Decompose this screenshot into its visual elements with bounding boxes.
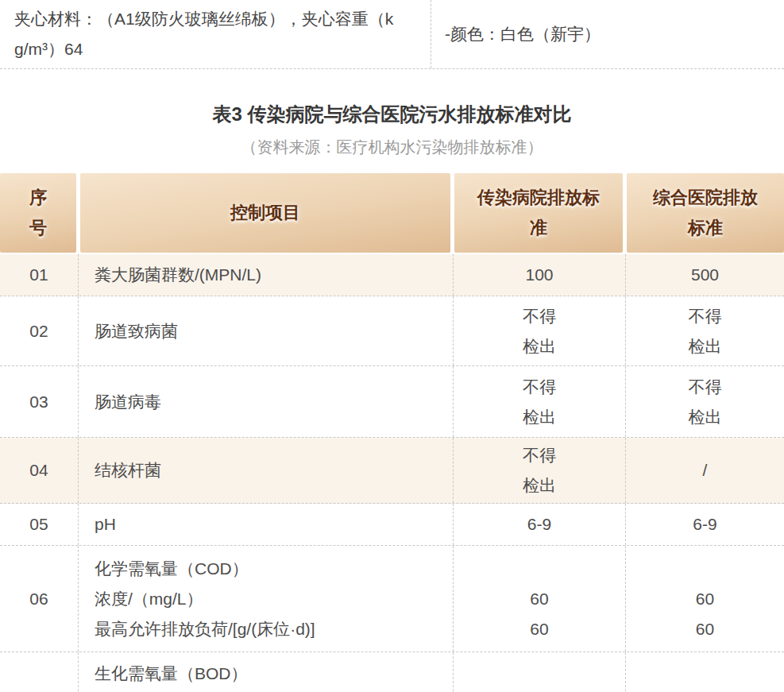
spec-cell-color: -颜色：白色（新宇） (431, 0, 784, 68)
cell-infectious: 不得检出 (453, 438, 625, 503)
table-row: 02肠道致病菌不得检出不得检出 (0, 296, 784, 366)
cell-item: 肠道病毒 (78, 366, 453, 437)
cell-general: 6-9 (625, 504, 784, 545)
cell-infectious: 100 (453, 254, 625, 296)
cell-line: 粪大肠菌群数/(MPN/L) (95, 260, 261, 290)
cell-no (0, 652, 78, 692)
cell-general: 不得检出 (625, 296, 784, 365)
cell-item: 结核杆菌 (78, 438, 453, 503)
cell-line: pH (95, 509, 116, 539)
cell-line: 04 (29, 455, 48, 485)
cell-line: 最高允许排放负荷/[g/(床位·d)] (95, 614, 315, 644)
title-block: 表3 传染病院与综合医院污水排放标准对比 （资料来源：医疗机构水污染物排放标准） (0, 101, 784, 158)
cell-line: 序 (29, 183, 47, 213)
cell-line: 检出 (689, 331, 722, 361)
cell-general (625, 652, 784, 692)
cell-line: 06 (29, 584, 48, 614)
spec-strip: 夹心材料：（A1级防火玻璃丝绵板），夹心容重（k g/m³）64 -颜色：白色（… (0, 0, 784, 69)
cell-line: 03 (29, 387, 48, 417)
cell-line: 控制项目 (230, 198, 300, 228)
spec-material-line: 夹心材料：（A1级防火玻璃丝绵板），夹心容重（k (14, 4, 419, 34)
cell-item: pH (78, 504, 453, 545)
cell-no: 06 (0, 546, 78, 651)
cell-infectious: 6060 (453, 546, 625, 651)
cell-general: / (625, 438, 784, 503)
cell-line: 02 (29, 316, 48, 346)
cell-no: 01 (0, 254, 78, 296)
cell-line: 不得 (523, 372, 556, 402)
cell-infectious: 不得检出 (453, 366, 625, 437)
cell-no: 03 (0, 366, 78, 437)
cell-line: / (703, 455, 708, 485)
cell-line: 结核杆菌 (95, 455, 161, 485)
cell-line: 不得 (523, 440, 556, 470)
cell-line: 生化需氧量（BOD） (95, 659, 248, 689)
table-title: 表3 传染病院与综合医院污水排放标准对比 (0, 101, 784, 128)
cell-item: 粪大肠菌群数/(MPN/L) (78, 254, 453, 296)
cell-line: 标准 (688, 213, 723, 243)
table-source-note: （资料来源：医疗机构水污染物排放标准） (0, 136, 784, 158)
cell-item: 肠道致病菌 (78, 296, 453, 365)
table-row: 生化需氧量（BOD） (0, 652, 784, 692)
cell-line: 检出 (523, 402, 556, 432)
cell-infectious (453, 652, 625, 692)
cell-line: 6-9 (693, 509, 716, 539)
cell-line: 不得 (523, 301, 556, 331)
table-row: 06化学需氧量（COD）浓度/（mg/L）最高允许排放负荷/[g/(床位·d)]… (0, 546, 784, 652)
cell-line: 准 (530, 213, 547, 243)
column-header-general: 综合医院排放标准 (627, 173, 784, 253)
standards-comparison-table: 序号控制项目传染病院排放标准综合医院排放标准 01粪大肠菌群数/(MPN/L)1… (0, 173, 784, 692)
cell-line: 肠道病毒 (95, 387, 161, 417)
table-row: 01粪大肠菌群数/(MPN/L)100500 (0, 254, 784, 296)
cell-no: 04 (0, 438, 78, 503)
column-header-no: 序号 (0, 173, 76, 253)
cell-line: 化学需氧量（COD） (95, 554, 249, 584)
cell-line: 浓度/（mg/L） (95, 584, 203, 614)
cell-infectious: 6-9 (453, 504, 625, 545)
cell-infectious: 不得检出 (453, 296, 625, 365)
spec-cell-material: 夹心材料：（A1级防火玻璃丝绵板），夹心容重（k g/m³）64 (0, 0, 431, 68)
table-row: 03肠道病毒不得检出不得检出 (0, 366, 784, 438)
table-header-row: 序号控制项目传染病院排放标准综合医院排放标准 (0, 173, 784, 253)
table-row: 04结核杆菌不得检出/ (0, 438, 784, 504)
cell-line: 60 (530, 584, 548, 614)
cell-line: 检出 (689, 402, 722, 432)
cell-general: 不得检出 (625, 366, 784, 437)
cell-no: 05 (0, 504, 78, 545)
cell-line: 100 (525, 260, 553, 290)
cell-line: 不得 (689, 372, 722, 402)
cell-line: 60 (696, 584, 714, 614)
cell-general: 6060 (625, 546, 784, 651)
cell-item: 生化需氧量（BOD） (78, 652, 453, 692)
cell-line: 肠道致病菌 (95, 316, 178, 346)
cell-line: 01 (29, 260, 48, 290)
cell-line: 综合医院排放 (653, 183, 758, 213)
cell-line: 05 (29, 509, 48, 539)
cell-line: 6-9 (527, 509, 551, 539)
cell-line: 500 (691, 260, 719, 290)
cell-no: 02 (0, 296, 78, 365)
cell-line: 60 (696, 614, 714, 644)
cell-item: 化学需氧量（COD）浓度/（mg/L）最高允许排放负荷/[g/(床位·d)] (78, 546, 453, 651)
column-header-infectious: 传染病院排放标准 (454, 173, 623, 253)
cell-line: 检出 (523, 470, 556, 501)
cell-line: 号 (29, 213, 47, 243)
table-body: 01粪大肠菌群数/(MPN/L)10050002肠道致病菌不得检出不得检出03肠… (0, 254, 784, 692)
spec-color-text: -颜色：白色（新宇） (445, 23, 601, 45)
table-row: 05pH6-96-9 (0, 504, 784, 546)
cell-general: 500 (625, 254, 784, 296)
cell-line: 不得 (689, 301, 722, 331)
cell-line: 传染病院排放标 (477, 183, 600, 213)
cell-line: 60 (530, 614, 548, 644)
spec-material-line: g/m³）64 (14, 34, 419, 64)
column-header-item: 控制项目 (80, 173, 450, 253)
cell-line: 检出 (523, 331, 556, 361)
